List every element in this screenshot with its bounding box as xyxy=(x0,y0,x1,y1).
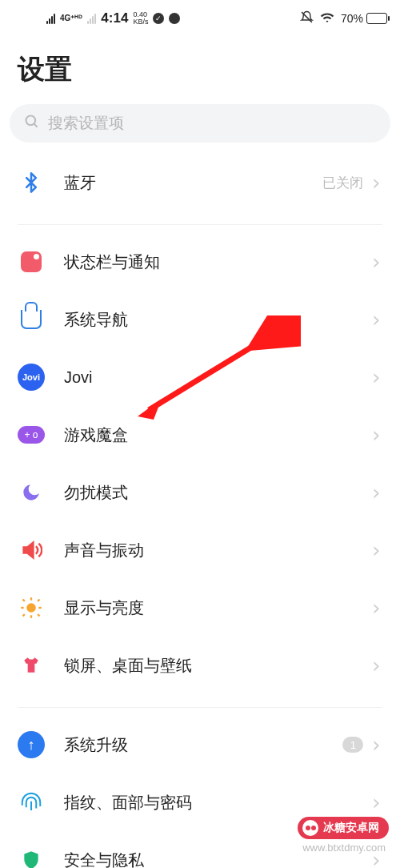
chevron-right-icon: › xyxy=(370,482,382,503)
divider xyxy=(18,224,382,225)
chevron-right-icon: › xyxy=(370,424,382,445)
notification-icon xyxy=(18,248,45,275)
status-left: 4G⁺ᴴᴰ 4:14 0.40 KB/s xyxy=(46,10,180,26)
page-title: 设置 xyxy=(0,37,400,104)
watermark-logo-icon xyxy=(302,820,318,836)
assistant-icon xyxy=(153,13,164,24)
item-label: 系统升级 xyxy=(64,734,342,756)
svg-line-10 xyxy=(23,614,25,616)
net-speed: 0.40 KB/s xyxy=(133,11,148,26)
search-placeholder: 搜索设置项 xyxy=(48,113,124,134)
item-label: 显示与亮度 xyxy=(64,597,370,619)
svg-line-7 xyxy=(23,600,25,601)
item-label: 游戏魔盒 xyxy=(64,424,370,446)
settings-list: 蓝牙 已关闭 › 状态栏与通知 › 系统导航 › Jovi Jovi › + o… xyxy=(0,154,400,868)
watermark-badge: 冰糖安卓网 xyxy=(298,817,389,839)
item-value: 已关闭 xyxy=(322,174,363,192)
item-lockscreen[interactable]: 锁屏、桌面与壁纸 › xyxy=(0,637,400,694)
item-label: 蓝牙 xyxy=(64,172,322,194)
sound-icon xyxy=(18,536,45,564)
battery-indicator: 70% xyxy=(341,12,387,25)
item-bluetooth[interactable]: 蓝牙 已关闭 › xyxy=(0,154,400,211)
chevron-right-icon: › xyxy=(370,734,382,755)
watermark-text: 冰糖安卓网 xyxy=(323,821,379,835)
item-label: 状态栏与通知 xyxy=(64,251,370,273)
navigation-icon xyxy=(18,306,45,333)
search-icon xyxy=(24,114,40,134)
svg-line-8 xyxy=(38,614,39,616)
status-bar: 4G⁺ᴴᴰ 4:14 0.40 KB/s 70% xyxy=(0,0,400,37)
svg-line-1 xyxy=(34,123,38,127)
signal-bars-1 xyxy=(46,13,55,24)
item-gamebox[interactable]: + o 游戏魔盒 › xyxy=(0,406,400,464)
item-label: 指纹、面部与密码 xyxy=(64,792,370,814)
divider xyxy=(18,707,382,708)
upgrade-icon: ↑ xyxy=(18,731,45,758)
badge-count: 1 xyxy=(342,737,363,753)
dnd-icon xyxy=(300,10,314,27)
tshirt-icon xyxy=(18,652,45,679)
item-upgrade[interactable]: ↑ 系统升级 1 › xyxy=(0,716,400,774)
chevron-right-icon: › xyxy=(370,792,382,813)
item-label: Jovi xyxy=(64,368,370,387)
sun-icon xyxy=(18,594,45,621)
battery-icon xyxy=(366,13,387,24)
wifi-icon xyxy=(320,10,334,27)
svg-point-2 xyxy=(26,603,36,613)
bluetooth-icon xyxy=(18,169,45,196)
search-input[interactable]: 搜索设置项 xyxy=(10,104,390,143)
chevron-right-icon: › xyxy=(370,172,382,193)
item-statusbar-notif[interactable]: 状态栏与通知 › xyxy=(0,233,400,291)
chat-bubble-icon xyxy=(169,13,180,24)
fingerprint-icon xyxy=(18,789,45,816)
chevron-right-icon: › xyxy=(370,597,382,618)
watermark-url: www.btxtdmy.com xyxy=(302,842,386,854)
moon-icon xyxy=(18,479,45,506)
item-dnd[interactable]: 勿扰模式 › xyxy=(0,464,400,521)
svg-line-9 xyxy=(38,600,39,601)
shield-icon xyxy=(18,846,45,868)
item-brightness[interactable]: 显示与亮度 › xyxy=(0,579,400,637)
status-right: 70% xyxy=(300,10,387,27)
chevron-right-icon: › xyxy=(370,367,382,388)
chevron-right-icon: › xyxy=(370,655,382,676)
svg-point-0 xyxy=(26,115,36,125)
gamebox-icon: + o xyxy=(18,421,45,448)
chevron-right-icon: › xyxy=(370,309,382,330)
item-label: 声音与振动 xyxy=(64,540,370,561)
signal-bars-2 xyxy=(87,13,96,24)
jovi-icon: Jovi xyxy=(18,364,45,391)
item-sound[interactable]: 声音与振动 › xyxy=(0,521,400,579)
time: 4:14 xyxy=(101,10,128,26)
chevron-right-icon: › xyxy=(370,540,382,561)
item-nav[interactable]: 系统导航 › xyxy=(0,291,400,348)
chevron-right-icon: › xyxy=(370,251,382,272)
item-label: 系统导航 xyxy=(64,309,370,331)
network-label: 4G⁺ᴴᴰ xyxy=(60,14,82,22)
item-label: 锁屏、桌面与壁纸 xyxy=(64,655,370,677)
item-jovi[interactable]: Jovi Jovi › xyxy=(0,348,400,406)
item-label: 勿扰模式 xyxy=(64,482,370,504)
